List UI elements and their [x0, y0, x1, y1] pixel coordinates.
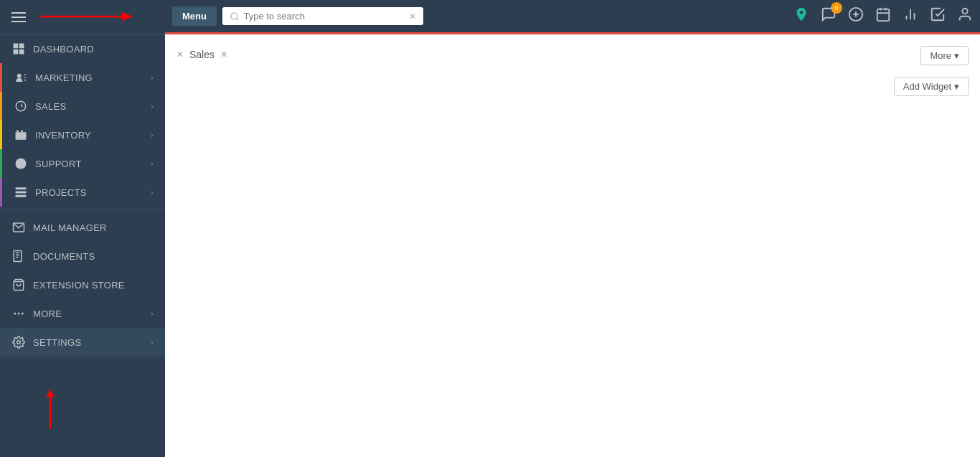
sidebar-item-dashboard[interactable]: Dashboard [0, 34, 165, 63]
tasks-icon[interactable] [930, 6, 946, 26]
sidebar-item-projects[interactable]: Projects › [0, 178, 165, 207]
search-clear-icon[interactable]: ✕ [409, 11, 416, 22]
svg-point-23 [14, 313, 16, 315]
sidebar-item-inventory[interactable]: Inventory › [0, 121, 165, 149]
more-chevron-icon: ▾ [954, 50, 959, 61]
add-widget-label: Add Widget [903, 81, 951, 92]
sidebar-item-support[interactable]: Support › [0, 149, 165, 178]
chevron-icon: › [151, 338, 154, 347]
svg-rect-18 [16, 192, 27, 194]
svg-point-26 [17, 341, 21, 344]
more-icon [11, 306, 26, 321]
menu-button[interactable]: Menu [172, 6, 217, 26]
sidebar-item-label: Projects [35, 187, 87, 198]
support-icon [14, 156, 28, 171]
chevron-icon: › [151, 73, 154, 82]
chevron-icon: › [151, 188, 154, 197]
search-icon [230, 11, 240, 22]
chevron-icon: › [151, 131, 154, 139]
main-content: Menu ✕ 0 [165, 0, 980, 457]
dashboard-icon [11, 42, 26, 56]
store-icon [11, 278, 26, 292]
sidebar-item-label: Sales [35, 101, 66, 112]
sidebar-header [0, 0, 165, 34]
svg-point-12 [19, 161, 23, 166]
chevron-icon: › [151, 102, 154, 110]
sidebar-item-settings[interactable]: Settings › CRM Settings Manage Users [0, 328, 165, 357]
page-actions: More ▾ [920, 46, 969, 65]
tab-label: Sales [189, 49, 215, 60]
tab-close-icon[interactable]: ✕ [176, 50, 184, 60]
chevron-icon: › [151, 309, 154, 318]
sidebar: Dashboard Marketing › Sales › Inventory … [0, 0, 165, 457]
svg-rect-17 [16, 187, 27, 189]
sidebar-item-label: Extension Store [33, 280, 125, 291]
page-tabs: ✕ Sales ✕ [176, 49, 227, 60]
sidebar-item-label: More [33, 308, 62, 319]
user-icon[interactable] [957, 6, 973, 26]
sidebar-divider [0, 209, 165, 210]
svg-rect-4 [14, 50, 19, 55]
svg-rect-5 [19, 50, 24, 55]
documents-icon [11, 249, 26, 263]
svg-point-25 [22, 313, 24, 315]
sidebar-item-label: Marketing [35, 72, 93, 83]
sidebar-item-label: Inventory [35, 130, 91, 141]
svg-line-9 [24, 80, 26, 81]
svg-rect-2 [14, 44, 19, 49]
topbar-right: 0 [793, 6, 973, 26]
notification-badge: 0 [831, 2, 842, 14]
search-input[interactable] [244, 11, 405, 22]
charts-icon[interactable] [903, 6, 918, 26]
svg-rect-36 [877, 9, 890, 22]
mail-icon [11, 220, 26, 235]
topbar: Menu ✕ 0 [165, 0, 980, 34]
svg-line-7 [24, 75, 26, 76]
sidebar-item-marketing[interactable]: Marketing › [0, 63, 165, 92]
svg-point-31 [231, 12, 237, 19]
sidebar-item-more[interactable]: More › [0, 299, 165, 328]
more-button[interactable]: More ▾ [920, 46, 969, 65]
sidebar-item-sales[interactable]: Sales › [0, 92, 165, 121]
sidebar-item-documents[interactable]: Documents [0, 242, 165, 270]
svg-rect-3 [19, 44, 24, 49]
settings-icon [11, 335, 26, 349]
svg-rect-10 [16, 132, 27, 140]
svg-point-6 [17, 74, 22, 78]
tab-close2-icon[interactable]: ✕ [220, 50, 227, 60]
more-button-label: More [930, 50, 951, 61]
sidebar-item-mail-manager[interactable]: Mail Manager [0, 213, 165, 242]
messages-icon[interactable]: 0 [821, 6, 837, 26]
sidebar-item-label: Dashboard [33, 44, 94, 55]
sidebar-item-label: Settings [33, 337, 81, 348]
hamburger-icon[interactable] [11, 12, 26, 22]
content-area [176, 105, 969, 392]
svg-line-32 [236, 18, 237, 19]
add-widget-button[interactable]: Add Widget ▾ [894, 77, 969, 96]
calendar-icon[interactable] [875, 6, 891, 26]
svg-point-24 [18, 313, 20, 315]
sidebar-item-extension-store[interactable]: Extension Store [0, 270, 165, 299]
chevron-icon: › [151, 159, 154, 168]
crm-icon[interactable] [793, 6, 809, 26]
page-area: ✕ Sales ✕ More ▾ Add Widget ▾ [165, 34, 980, 457]
svg-rect-19 [16, 195, 27, 197]
sidebar-item-label: Documents [33, 251, 95, 262]
search-bar: ✕ [222, 7, 423, 25]
sales-icon [14, 99, 28, 113]
marketing-icon [14, 70, 28, 85]
sidebar-item-label: Mail Manager [33, 222, 107, 233]
add-icon[interactable] [848, 6, 864, 26]
add-widget-chevron-icon: ▾ [954, 81, 959, 92]
svg-point-43 [962, 9, 967, 14]
sidebar-item-label: Support [35, 159, 82, 169]
projects-icon [14, 185, 28, 199]
sidebar-nav: Dashboard Marketing › Sales › Inventory … [0, 34, 165, 457]
inventory-icon [14, 128, 28, 142]
